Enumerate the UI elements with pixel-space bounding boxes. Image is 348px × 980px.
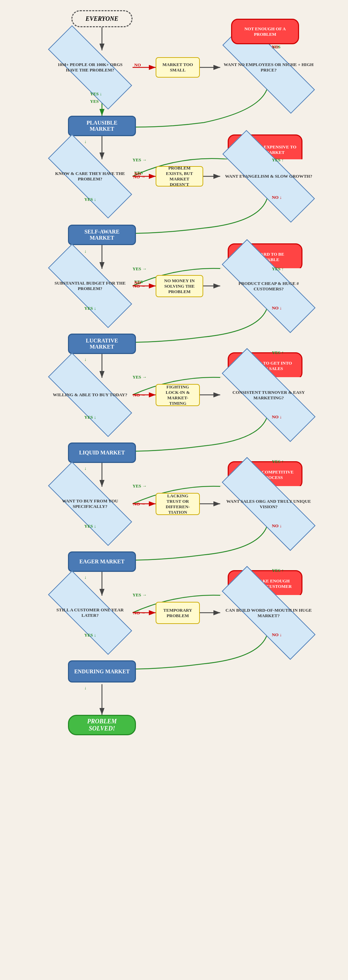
problem-solved-label: PROBLEM SOLVED!: [76, 718, 128, 732]
lacking-trust-node: LACKING TRUST OR DIFFEREN- TIATION: [156, 493, 200, 515]
not-enough-problem-label: NOT ENOUGH OF A PROBLEM: [236, 26, 294, 37]
label-q6-no: NO →: [133, 610, 146, 616]
label-q4-no: NO →: [133, 393, 146, 398]
question3-node: SUBSTANTIAL BUDGET FOR THE PROBLEM?: [47, 269, 133, 303]
want-evangelism-node: WANT EVANGELISM & SLOW GROWTH?: [220, 159, 317, 193]
label-lucrative-down: ↓: [84, 357, 87, 362]
want-sales-org-label: WANT SALES ORG AND TRULY UNIQUE VISION?: [220, 486, 317, 522]
question3-label: SUBSTANTIAL BUDGET FOR THE PROBLEM?: [47, 269, 133, 303]
label-consistent-yes: YES ↑: [272, 350, 284, 355]
question5-label: WANT TO BUY FROM YOU SPECIFICALLY?: [47, 487, 133, 521]
label-q1-yes2: YES ↓: [90, 91, 102, 97]
problem-exists-label: PROBLEM EXISTS, BUT MARKET DOESN'T: [160, 165, 199, 187]
label-q3-yes2: YES ↓: [84, 305, 96, 311]
problem-solved-node: PROBLEM SOLVED!: [68, 715, 136, 735]
everyone-node: EVERYONE: [71, 10, 133, 27]
label-product-cheap-no: NO ↓: [272, 305, 282, 311]
question5-node: WANT TO BUY FROM YOU SPECIFICALLY?: [47, 487, 133, 521]
lucrative-market-node: LUCRATIVE MARKET: [68, 334, 136, 354]
label-evangelism-no: NO ↓: [272, 195, 282, 200]
label-can-build-no: NO ↓: [272, 632, 282, 638]
want-sales-org-node: WANT SALES ORG AND TRULY UNIQUE VISION?: [220, 486, 317, 522]
label-eager-yes: YES →: [133, 592, 147, 598]
label-plausible-yes: YES →: [133, 157, 147, 163]
label-q2-yes2: YES ↓: [84, 197, 96, 202]
question4-label: WILLING & ABLE TO BUY TODAY?: [47, 378, 133, 412]
consistent-turnover-label: CONSISTENT TURNOVER & EASY MARKETING?: [220, 377, 317, 413]
question2-label: KNOW & CARE THEY HAVE THE PROBLEM?: [47, 159, 133, 193]
label-enduring-down: ↓: [84, 685, 87, 690]
plausible-market-label: PLAUSIBLE MARKET: [74, 120, 130, 132]
self-aware-market-label: SELF-AWARE MARKET: [74, 229, 130, 241]
temporary-problem-node: TEMPORARY PROBLEM: [156, 602, 200, 624]
label-can-build-yes: YES ↑: [272, 568, 284, 573]
label-q4-yes: YES ↓: [84, 415, 96, 420]
label-q2-down: ↓: [84, 139, 87, 144]
question2-node: KNOW & CARE THEY HAVE THE PROBLEM?: [47, 159, 133, 193]
lacking-trust-label: LACKING TRUST OR DIFFEREN- TIATION: [160, 493, 196, 515]
label-eager-down: ↓: [84, 574, 87, 580]
label-q5-yes: YES ↓: [84, 523, 96, 529]
no-money-label: NO MONEY IN SOLVING THE PROBLEM: [160, 278, 199, 294]
want-no-employees-node: WANT NO EMPLOYEES OR NICHE + HIGH PRICE?: [220, 50, 317, 84]
enduring-market-label: ENDURING MARKET: [74, 668, 130, 675]
self-aware-market-node: SELF-AWARE MARKET: [68, 225, 136, 245]
label-consistent-no: NO ↓: [272, 414, 282, 420]
label-q1-no: NO: [134, 62, 141, 68]
question1-label: 10M+ PEOPLE OR 100K+ ORGS HAVE THE PROBL…: [47, 50, 133, 84]
fighting-lockin-label: FIGHTING LOCK-IN & MARKET-TIMING: [160, 384, 196, 406]
want-evangelism-label: WANT EVANGELISM & SLOW GROWTH?: [220, 159, 317, 193]
can-build-word-label: CAN BUILD WORD-OF-MOUTH IN HUGE MARKET?: [220, 595, 317, 631]
question6-label: STILL A CUSTOMER ONE YEAR LATER?: [47, 596, 133, 630]
not-enough-problem-node: NOT ENOUGH OF A PROBLEM: [231, 19, 299, 44]
label-q6-yes: YES ↓: [84, 632, 96, 638]
label-liquid-yes: YES →: [133, 484, 147, 489]
want-no-employees-label: WANT NO EMPLOYEES OR NICHE + HIGH PRICE?: [220, 50, 317, 84]
label-liquid-down: ↓: [84, 466, 87, 471]
liquid-market-label: LIQUID MARKET: [79, 450, 125, 456]
eager-market-node: EAGER MARKET: [68, 552, 136, 572]
label-not-enough-no: NO: [272, 44, 279, 50]
no-money-node: NO MONEY IN SOLVING THE PROBLEM: [156, 275, 203, 297]
liquid-market-node: LIQUID MARKET: [68, 442, 136, 463]
label-self-aware-yes: YES →: [133, 266, 147, 272]
label-q1-yes: YES: [90, 99, 98, 104]
product-cheap-label: PRODUCT CHEAP & HUGE # CUSTOMERS?: [220, 268, 317, 304]
plausible-market-node: PLAUSIBLE MARKET: [68, 116, 136, 136]
label-q2-no2: NO →: [133, 174, 146, 180]
consistent-turnover-node: CONSISTENT TURNOVER & EASY MARKETING?: [220, 377, 317, 413]
fighting-lockin-node: FIGHTING LOCK-IN & MARKET-TIMING: [156, 384, 200, 406]
market-too-small-node: MARKET TOO SMALL: [156, 57, 200, 78]
flowchart: YES NO YES NO YES NO YES NO EVERYONE 10M…: [0, 0, 348, 980]
enduring-market-node: ENDURING MARKET: [68, 660, 136, 682]
label-q5-no: NO →: [133, 501, 146, 507]
eager-market-label: EAGER MARKET: [79, 558, 125, 565]
temporary-problem-label: TEMPORARY PROBLEM: [160, 608, 196, 619]
label-want-sales-no: NO ↓: [272, 523, 282, 529]
question6-node: STILL A CUSTOMER ONE YEAR LATER?: [47, 596, 133, 630]
problem-exists-node: PROBLEM EXISTS, BUT MARKET DOESN'T: [156, 166, 203, 186]
label-want-sales-yes: YES ↑: [272, 459, 284, 464]
market-too-small-label: MARKET TOO SMALL: [160, 62, 196, 73]
question1-node: 10M+ PEOPLE OR 100K+ ORGS HAVE THE PROBL…: [47, 50, 133, 84]
question4-node: WILLING & ABLE TO BUY TODAY?: [47, 378, 133, 412]
label-lucrative-yes: YES →: [133, 374, 147, 380]
label-self-aware-down: ↓: [84, 248, 87, 254]
product-cheap-node: PRODUCT CHEAP & HUGE # CUSTOMERS?: [220, 268, 317, 304]
everyone-label: EVERYONE: [85, 15, 119, 22]
lucrative-market-label: LUCRATIVE MARKET: [74, 338, 130, 350]
can-build-word-node: CAN BUILD WORD-OF-MOUTH IN HUGE MARKET?: [220, 595, 317, 631]
label-q3-no2: NO →: [133, 283, 146, 289]
